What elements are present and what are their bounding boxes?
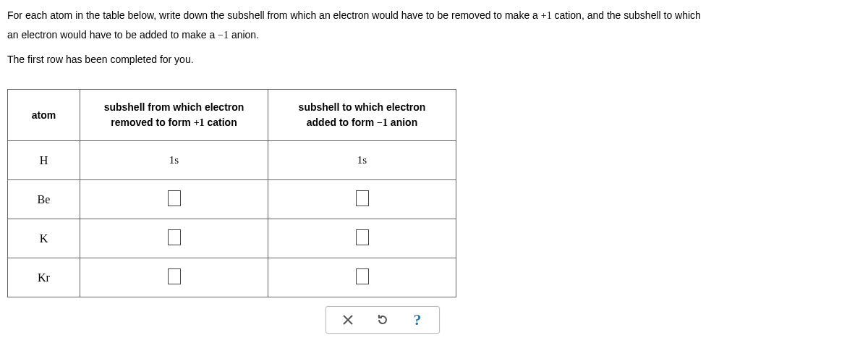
- remove-value: 1s: [169, 154, 179, 166]
- math-plus1: +1: [541, 10, 552, 21]
- undo-icon: [377, 314, 388, 326]
- instructions-text: For each atom in the table below, write …: [7, 9, 541, 21]
- atom-cell: K: [8, 219, 80, 258]
- remove-cell: [80, 219, 268, 258]
- add-value: 1s: [357, 154, 367, 166]
- table-header-row: atom subshell from which electron remove…: [8, 90, 456, 141]
- add-cell: [268, 258, 456, 297]
- atom-symbol: H: [40, 154, 48, 166]
- add-cell: [268, 180, 456, 219]
- instructions-text: an electron would have to be added to ma…: [7, 29, 218, 41]
- header-atom: atom: [8, 90, 80, 141]
- add-input[interactable]: [356, 229, 369, 245]
- table-row: K: [8, 219, 456, 258]
- reset-button[interactable]: [375, 313, 390, 327]
- instructions-text: cation, and the subshell to which: [552, 9, 701, 21]
- math-minus1: −1: [218, 30, 229, 41]
- header-add: subshell to which electron added to form…: [268, 90, 456, 141]
- table-row: Kr: [8, 258, 456, 297]
- instructions-text: The first row has been completed for you…: [7, 51, 861, 67]
- answer-toolbar: ?: [326, 306, 440, 334]
- atom-cell: Be: [8, 180, 80, 219]
- subshell-table: atom subshell from which electron remove…: [7, 89, 456, 297]
- remove-cell: 1s: [80, 141, 268, 180]
- atom-cell: Kr: [8, 258, 80, 297]
- clear-button[interactable]: [341, 313, 355, 327]
- remove-cell: [80, 258, 268, 297]
- add-input[interactable]: [356, 268, 369, 284]
- remove-input[interactable]: [168, 268, 181, 284]
- table-row: Be: [8, 180, 456, 219]
- question-instructions: For each atom in the table below, write …: [7, 7, 861, 67]
- remove-input[interactable]: [168, 190, 181, 206]
- remove-input[interactable]: [168, 229, 181, 245]
- add-cell: 1s: [268, 141, 456, 180]
- help-button[interactable]: ?: [410, 313, 425, 327]
- x-icon: [342, 314, 354, 326]
- atom-symbol: Kr: [38, 271, 50, 284]
- atom-symbol: Be: [38, 193, 51, 206]
- add-input[interactable]: [356, 190, 369, 206]
- instructions-text: anion.: [229, 29, 259, 41]
- remove-cell: [80, 180, 268, 219]
- table-row: H1s1s: [8, 141, 456, 180]
- atom-symbol: K: [40, 232, 48, 245]
- atom-cell: H: [8, 141, 80, 180]
- add-cell: [268, 219, 456, 258]
- header-remove: subshell from which electron removed to …: [80, 90, 268, 141]
